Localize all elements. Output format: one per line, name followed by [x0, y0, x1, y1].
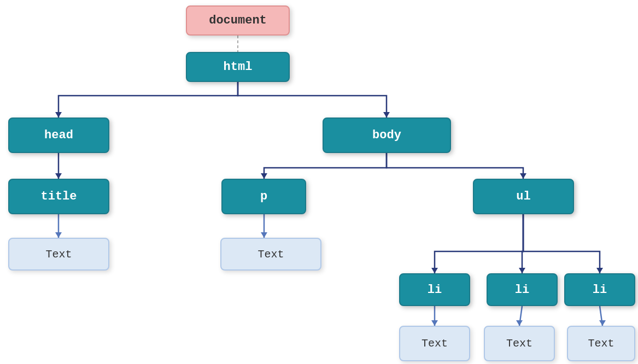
node-text-li1: Text [399, 326, 470, 361]
dom-tree-diagram: document html head body title p ul Text … [0, 0, 638, 364]
node-document: document [186, 5, 290, 36]
node-p: p [221, 179, 306, 214]
svg-marker-15 [431, 320, 438, 326]
node-li3: li [564, 273, 635, 306]
node-ul: ul [473, 179, 574, 214]
svg-line-18 [600, 306, 602, 326]
node-li2: li [487, 273, 558, 306]
svg-marker-11 [431, 268, 438, 273]
node-text-li2: Text [484, 326, 555, 361]
node-text-title: Text [8, 238, 109, 271]
svg-marker-8 [520, 173, 526, 179]
svg-marker-10 [261, 232, 267, 238]
node-text-p: Text [220, 238, 321, 271]
svg-marker-7 [261, 173, 267, 179]
svg-marker-6 [55, 232, 62, 238]
node-title: title [8, 179, 109, 214]
node-body: body [323, 118, 451, 153]
svg-line-16 [519, 306, 522, 326]
svg-marker-19 [599, 320, 606, 326]
node-li1: li [399, 273, 470, 306]
svg-marker-1 [55, 112, 62, 118]
svg-marker-17 [516, 320, 523, 326]
svg-marker-12 [519, 268, 525, 273]
node-head: head [8, 118, 109, 153]
svg-marker-2 [383, 112, 390, 118]
node-html: html [186, 52, 290, 82]
node-text-li3: Text [567, 326, 635, 361]
svg-marker-13 [596, 268, 603, 273]
svg-marker-4 [55, 173, 62, 179]
